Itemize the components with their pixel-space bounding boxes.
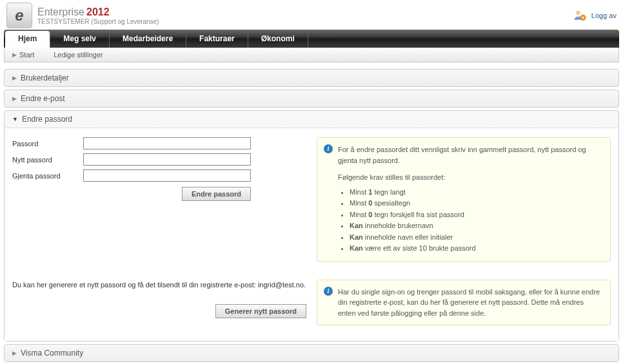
input-nytt-passord[interactable] bbox=[83, 153, 251, 166]
tab-fakturaer[interactable]: Fakturaer bbox=[186, 30, 248, 48]
label-gjenta-passord: Gjenta passord bbox=[12, 172, 83, 180]
panel-header-endre-epost[interactable]: ▶Endre e-post bbox=[5, 90, 618, 107]
brand-year: 2012 bbox=[86, 6, 110, 17]
info-password-rules: i For å endre passordet ditt vennligst s… bbox=[317, 137, 611, 262]
panel-visma-community: ▶Visma Community bbox=[4, 344, 619, 362]
brand-name: Enterprise bbox=[37, 6, 84, 17]
panel-header-endre-passord[interactable]: ▼Endre passord bbox=[5, 111, 618, 128]
generer-passord-button[interactable]: Generer nytt passord bbox=[215, 304, 306, 318]
app-header: e Enterprise 2012 TESTSYSTEMER (Support … bbox=[0, 0, 623, 30]
panel-header-visma-community[interactable]: ▶Visma Community bbox=[5, 345, 618, 361]
svg-point-0 bbox=[576, 11, 580, 15]
chevron-right-icon: ▶ bbox=[12, 350, 17, 356]
panel-header-brukerdetaljer[interactable]: ▶Brukerdetaljer bbox=[5, 70, 618, 86]
chevron-right-icon: ▶ bbox=[12, 52, 17, 58]
logo-icon: e bbox=[6, 3, 32, 28]
info-sso: i Har du single sign-on og trenger passo… bbox=[317, 280, 611, 326]
tab-hjem[interactable]: Hjem bbox=[5, 31, 50, 48]
brand-subtitle: TESTSYSTEMER (Support og Leveranse) bbox=[37, 18, 159, 25]
tab-okonomi[interactable]: Økonomi bbox=[248, 30, 308, 48]
label-passord: Passord bbox=[12, 140, 83, 148]
endre-passord-button[interactable]: Endre passord bbox=[182, 187, 251, 201]
panel-endre-epost: ▶Endre e-post bbox=[4, 90, 619, 108]
label-nytt-passord: Nytt passord bbox=[12, 156, 83, 164]
password-rules-list: Minst 1 tegn langt Minst 0 spesialtegn M… bbox=[350, 187, 602, 254]
svg-point-2 bbox=[582, 17, 584, 19]
user-settings-icon bbox=[573, 9, 586, 22]
brand-area: e Enterprise 2012 TESTSYSTEMER (Support … bbox=[6, 3, 159, 28]
panel-endre-passord: ▼Endre passord Passord Nytt passord Gjen… bbox=[4, 110, 619, 341]
chevron-right-icon: ▶ bbox=[12, 75, 17, 81]
info-icon: i bbox=[324, 287, 333, 296]
generate-description: Du kan her generere et nytt passord og f… bbox=[12, 280, 306, 291]
chevron-down-icon: ▼ bbox=[12, 116, 18, 122]
subnav-start[interactable]: ▶Start bbox=[12, 51, 34, 59]
panel-brukerdetaljer: ▶Brukerdetaljer bbox=[4, 69, 619, 87]
sub-nav: ▶Start Ledige stillinger bbox=[4, 48, 619, 62]
chevron-right-icon: ▶ bbox=[12, 95, 17, 102]
tab-meg-selv[interactable]: Meg selv bbox=[50, 30, 110, 48]
logoff-link[interactable]: Logg av bbox=[591, 12, 617, 19]
subnav-ledige-stillinger[interactable]: Ledige stillinger bbox=[54, 51, 103, 59]
input-gjenta-passord[interactable] bbox=[83, 169, 251, 182]
input-passord[interactable] bbox=[83, 137, 251, 149]
main-tabs: Hjem Meg selv Medarbeidere Fakturaer Øko… bbox=[4, 30, 619, 48]
info-icon: i bbox=[324, 144, 333, 153]
tab-medarbeidere[interactable]: Medarbeidere bbox=[110, 30, 186, 48]
